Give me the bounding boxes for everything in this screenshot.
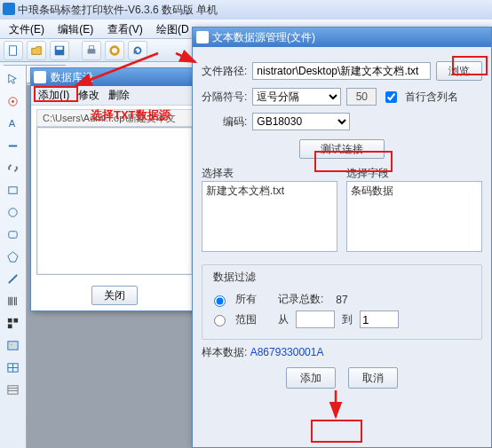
- svg-rect-27: [8, 385, 18, 393]
- dlg-titlebar: 文本数据源管理(文件): [193, 28, 491, 47]
- tool-image[interactable]: [4, 335, 23, 355]
- text-datasource-dialog: 文本数据源管理(文件) 文件路径: 浏览 分隔符号: 逗号分隔 首行含列名 编码…: [192, 27, 492, 448]
- range-from-label: 从: [278, 312, 289, 327]
- filter-all-label: 所有: [235, 292, 257, 307]
- tb-refresh[interactable]: [128, 41, 147, 60]
- dlg-icon: [196, 31, 209, 43]
- db-tab-add[interactable]: 添加(I): [38, 88, 69, 103]
- tb-new[interactable]: [4, 41, 23, 60]
- tool-pointer[interactable]: [4, 69, 23, 89]
- dlg-cancel-button[interactable]: 取消: [348, 367, 398, 389]
- svg-line-13: [9, 274, 17, 282]
- database-popup-title: 数据库设: [31, 68, 198, 86]
- tool-table[interactable]: [4, 380, 23, 399]
- svg-rect-22: [8, 341, 18, 349]
- tb-print[interactable]: [82, 41, 101, 60]
- main-titlebar: 中琅条码标签打印软件-V6.3.6 数码版 单机: [0, 0, 492, 20]
- tool-circle[interactable]: [4, 202, 23, 222]
- svg-rect-21: [8, 324, 12, 328]
- filter-range-label: 范围: [235, 312, 257, 327]
- path-input[interactable]: [252, 62, 431, 80]
- tb-open[interactable]: [27, 41, 46, 60]
- annotation-hint: 选择TXT数据源: [91, 107, 171, 123]
- svg-rect-10: [9, 186, 17, 193]
- dlg-title-text: 文本数据源管理(文件): [212, 31, 315, 43]
- range-to-input[interactable]: [360, 310, 399, 328]
- database-popup-title-text: 数据库设: [51, 71, 93, 83]
- encoding-combo[interactable]: GB18030: [252, 113, 350, 130]
- db-tab-modify[interactable]: 修改: [78, 88, 99, 103]
- test-connection-button[interactable]: 测试连接: [299, 139, 385, 159]
- path-label: 文件路径:: [202, 64, 247, 79]
- svg-text:A: A: [9, 118, 16, 129]
- browse-button[interactable]: 浏览: [436, 61, 482, 81]
- tool-rrect[interactable]: [4, 224, 23, 244]
- svg-rect-3: [88, 49, 96, 53]
- table-listbox[interactable]: 新建文本文档.txt: [202, 181, 337, 252]
- svg-point-5: [111, 46, 119, 54]
- filter-all-radio[interactable]: [214, 295, 226, 307]
- db-close-button[interactable]: 关闭: [91, 286, 138, 305]
- svg-rect-0: [10, 45, 17, 55]
- tool-line[interactable]: [4, 269, 23, 288]
- svg-point-11: [9, 208, 17, 216]
- database-popup: 数据库设 添加(I) 修改 删除 C:\Users\Admi...op\新建文本…: [30, 67, 199, 311]
- tool-rect[interactable]: [4, 180, 23, 200]
- tool-barcode[interactable]: [4, 291, 23, 310]
- tool-chain[interactable]: [4, 158, 23, 177]
- svg-rect-4: [89, 45, 93, 49]
- menu-file[interactable]: 文件(E): [4, 20, 50, 39]
- svg-rect-12: [9, 231, 17, 238]
- record-count-label: 记录总数:: [278, 292, 323, 307]
- database-tabs: 添加(I) 修改 删除: [31, 86, 198, 106]
- tool-poly[interactable]: [4, 247, 23, 266]
- db-source-list[interactable]: [36, 127, 193, 275]
- svg-rect-9: [9, 145, 17, 146]
- dlg-ok-button[interactable]: 添加: [286, 367, 336, 389]
- svg-rect-20: [13, 318, 18, 322]
- menu-edit[interactable]: 编辑(E): [52, 20, 99, 39]
- tool-minus[interactable]: [4, 136, 23, 155]
- range-from-input[interactable]: [296, 310, 335, 328]
- separator-width[interactable]: [346, 88, 377, 106]
- db-tab-delete[interactable]: 删除: [108, 88, 130, 103]
- db-icon: [34, 71, 46, 83]
- svg-point-7: [12, 100, 14, 103]
- menu-view[interactable]: 查看(V): [102, 20, 148, 39]
- select-field-label: 选择字段: [346, 166, 482, 181]
- field-listbox[interactable]: 条码数据: [346, 181, 482, 252]
- svg-point-23: [10, 343, 12, 346]
- svg-rect-2: [57, 46, 63, 50]
- tool-qr[interactable]: [4, 313, 23, 333]
- first-row-label: 首行含列名: [405, 90, 458, 105]
- tool-grid[interactable]: [4, 358, 23, 377]
- field-list-item[interactable]: 条码数据: [351, 184, 478, 199]
- encoding-label: 编码:: [223, 114, 247, 130]
- first-row-checkbox[interactable]: [385, 91, 397, 103]
- app-icon: [3, 3, 15, 15]
- filter-range-radio[interactable]: [214, 315, 226, 326]
- svg-rect-19: [8, 318, 12, 322]
- record-count-value: 87: [336, 294, 347, 306]
- left-toolbar: A: [0, 66, 27, 448]
- app-title: 中琅条码标签打印软件-V6.3.6 数码版 单机: [18, 4, 218, 16]
- sample-value: A8679330001A: [250, 346, 324, 358]
- table-list-item[interactable]: 新建文本文档.txt: [206, 184, 333, 199]
- tb-settings[interactable]: [105, 41, 124, 60]
- separator-label: 分隔符号:: [202, 90, 247, 105]
- select-table-label: 选择表: [202, 166, 337, 181]
- separator-combo[interactable]: 逗号分隔: [252, 88, 341, 106]
- tb-save[interactable]: [50, 41, 69, 60]
- sample-label: 样本数据:: [202, 346, 247, 358]
- tool-text[interactable]: A: [4, 114, 23, 133]
- range-to-label: 到: [342, 312, 353, 327]
- tool-target[interactable]: [4, 91, 23, 111]
- menu-draw[interactable]: 绘图(D: [151, 20, 194, 39]
- filter-legend: 数据过滤: [210, 270, 259, 285]
